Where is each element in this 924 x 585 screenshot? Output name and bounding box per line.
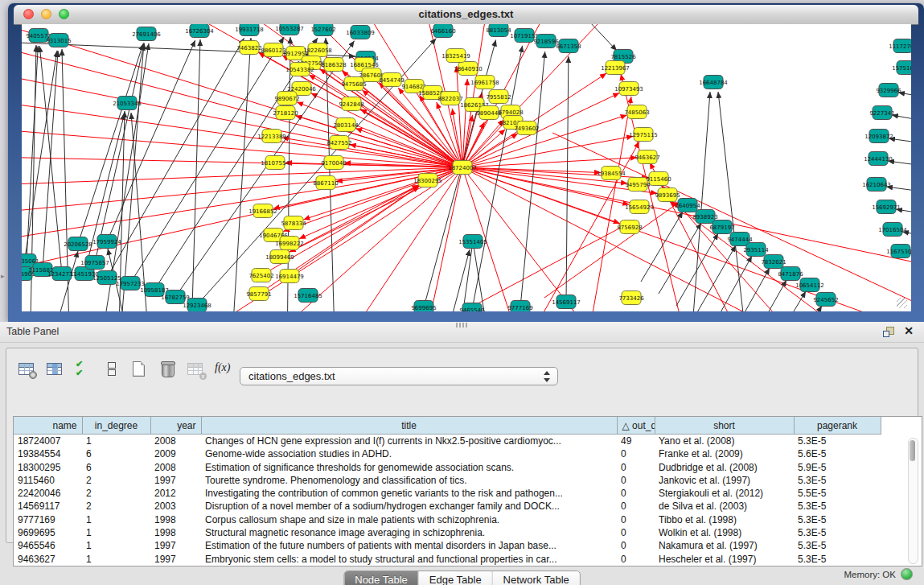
table-cell[interactable]: 1 (82, 553, 150, 566)
table-cell[interactable]: 1997 (150, 539, 201, 552)
graph-node[interactable]: 9857791 (246, 287, 271, 301)
table-row[interactable]: 946554611997Estimation of the future num… (14, 539, 881, 552)
table-cell[interactable]: 0 (617, 447, 655, 460)
graph-node[interactable]: 10553287 (275, 24, 304, 35)
table-cell[interactable]: 9777169 (14, 513, 82, 526)
network-svg[interactable]: 1872400718300295940557293130152769140616… (22, 24, 911, 311)
table-cell[interactable]: Structural magnetic resonance image aver… (201, 526, 617, 539)
graph-node[interactable]: 1640954 (675, 199, 700, 212)
graph-node[interactable]: 7832621 (761, 255, 786, 269)
table-cell[interactable]: 6 (82, 461, 150, 474)
table-cell[interactable]: 2 (82, 474, 150, 487)
table-row[interactable]: 1830029562008Estimation of significance … (14, 461, 881, 474)
graph-node[interactable]: 17016504 (878, 223, 907, 237)
table-cell[interactable]: 5.3E-5 (794, 474, 881, 487)
graph-node[interactable]: 12093872 (864, 130, 893, 143)
graph-node[interactable]: 1527602 (310, 24, 335, 36)
table-row[interactable]: 1456911722003Disruption of a novel membe… (14, 500, 881, 513)
graph-node[interactable]: 6671358 (556, 39, 581, 53)
black-edge[interactable] (107, 38, 244, 278)
graph-node[interactable]: 8471876 (778, 267, 803, 281)
graph-node[interactable]: 9495794 (625, 178, 651, 192)
table-cell[interactable]: 0 (617, 513, 655, 526)
graph-node[interactable]: 6466160 (430, 24, 455, 38)
table-cell[interactable]: Yano et al. (2008) (655, 435, 794, 448)
graph-node[interactable]: 16726304 (185, 24, 214, 38)
table-cell[interactable]: 2009 (150, 447, 201, 460)
table-row[interactable]: 1938455462009Genome-wide association stu… (14, 447, 881, 460)
table-cell[interactable]: Nakamura et al. (1997) (655, 539, 794, 552)
table-selector-dropdown[interactable]: citations_edges.txt (240, 367, 558, 385)
graph-node[interactable]: 20206528 (64, 237, 92, 251)
table-cell[interactable]: 9465546 (14, 539, 82, 552)
graph-node[interactable]: 7463822 (236, 41, 261, 55)
graph-node[interactable]: 2935114 (743, 243, 769, 257)
graph-node[interactable]: 18325419 (441, 49, 470, 63)
column-visibility-button[interactable] (44, 358, 66, 380)
graph-node[interactable]: 7625402 (248, 269, 273, 282)
float-panel-icon[interactable] (883, 327, 893, 337)
tab-network-table[interactable]: Network Table (493, 571, 580, 585)
table-cell[interactable]: 2003 (150, 500, 201, 513)
column-header-short[interactable]: short (655, 417, 794, 435)
table-cell[interactable]: Tibbo et al. (1998) (655, 513, 794, 526)
table-cell[interactable]: 0 (617, 474, 655, 487)
table-cell[interactable]: 5.3E-5 (794, 539, 881, 552)
graph-node[interactable]: 8860123 (261, 43, 285, 57)
network-canvas[interactable]: 1872400718300295940557293130152769140616… (22, 24, 911, 311)
table-cell[interactable]: de Silva et al. (2003) (655, 500, 794, 513)
graph-node[interactable]: 9463627 (634, 150, 659, 164)
column-header-in_degree[interactable]: in_degree (82, 417, 150, 435)
graph-node[interactable]: 11172700 (889, 39, 911, 53)
table-cell[interactable]: 5.3E-5 (794, 553, 881, 566)
window-titlebar[interactable]: citations_edges.txt (14, 5, 918, 25)
table-cell[interactable]: Wolkin et al. (1998) (655, 526, 794, 539)
table-cell[interactable]: Stergiakouli et al. (2012) (655, 487, 794, 500)
table-cell[interactable]: 22420046 (14, 487, 82, 500)
table-cell[interactable]: 9699695 (14, 526, 82, 539)
graph-node[interactable]: 7485063 (624, 105, 649, 119)
graph-node[interactable]: 16648784 (699, 76, 728, 89)
table-cell[interactable]: 0 (617, 526, 655, 539)
graph-node[interactable]: 9699695 (411, 301, 436, 312)
graph-node[interactable]: 19384554 (597, 167, 626, 180)
table-cell[interactable]: 0 (617, 487, 655, 500)
table-cell[interactable]: 0 (617, 539, 655, 552)
graph-node[interactable]: 12444130 (864, 152, 893, 166)
graph-node[interactable]: 9893695 (655, 188, 680, 202)
table-cell[interactable]: 5.3E-5 (794, 526, 881, 539)
graph-node[interactable]: 8756928 (617, 220, 642, 234)
table-row[interactable]: 969969511998Structural magnetic resonanc… (14, 526, 881, 539)
delete-column-button[interactable] (157, 358, 179, 380)
graph-node[interactable]: 27691406 (132, 27, 161, 41)
table-cell[interactable]: 5.3E-5 (794, 500, 881, 513)
red-edge[interactable] (297, 102, 462, 167)
graph-node[interactable]: 16033809 (346, 26, 375, 39)
column-header-name[interactable]: name (14, 417, 82, 435)
graph-node[interactable]: 5878334 (281, 216, 306, 230)
graph-node[interactable]: 14569117 (552, 295, 581, 309)
graph-node[interactable]: 15751874 (892, 61, 911, 75)
table-cell[interactable]: Tourette syndrome. Phenomenology and cla… (201, 474, 617, 487)
canvas-resize-grip[interactable] (897, 298, 907, 308)
table-cell[interactable]: 5.6E-5 (794, 447, 881, 460)
row-options-button[interactable] (101, 358, 122, 380)
column-header-year[interactable]: year (150, 417, 201, 435)
table-cell[interactable]: Hescheler et al. (1997) (655, 553, 794, 566)
memory-status-indicator[interactable] (901, 568, 913, 580)
graph-node[interactable]: 9890672 (274, 92, 299, 105)
table-cell[interactable]: 2008 (150, 461, 201, 474)
graph-node[interactable]: 6879197 (709, 220, 734, 234)
graph-node[interactable]: 9242848 (339, 97, 363, 111)
table-cell[interactable]: Investigating the contribution of common… (201, 487, 617, 500)
graph-node[interactable]: 7493602 (514, 122, 539, 135)
graph-node[interactable]: 11675300 (886, 245, 911, 258)
table-cell[interactable]: Embryonic stem cells: a model to study s… (201, 553, 617, 566)
graph-node[interactable]: 9329966 (876, 84, 901, 97)
table-cell[interactable]: 19384554 (14, 447, 82, 460)
split-pane-handle[interactable] (456, 323, 467, 328)
graph-node[interactable]: 7955812 (486, 90, 511, 104)
table-cell[interactable]: 1998 (150, 526, 201, 539)
table-cell[interactable]: 1 (82, 435, 150, 448)
table-cell[interactable]: 0 (617, 553, 655, 566)
